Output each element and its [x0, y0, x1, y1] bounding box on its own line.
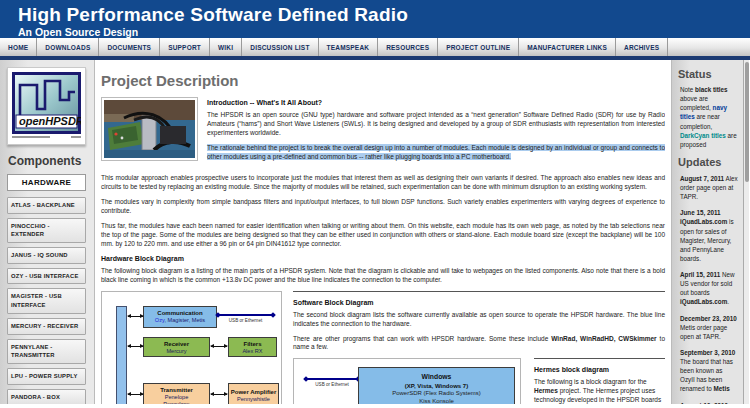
- diagram-box-transmitter[interactable]: Transmitter Penelope Pennylane: [143, 383, 210, 404]
- software-paragraph-2: There are other programs that can work w…: [293, 335, 665, 353]
- diagram-bus-atlas[interactable]: [116, 306, 127, 404]
- windows-title: Windows: [359, 372, 514, 381]
- hardware-diagram-intro: The following block diagram is a listing…: [101, 267, 665, 285]
- paragraph-module-naming: Thus far, the modules have each been nam…: [101, 222, 665, 249]
- receiver-sub: Mercury: [144, 348, 209, 355]
- arrow-receiver-filters: [211, 346, 227, 347]
- diagram-box-communication[interactable]: Communication Ozy, Magister, Metis: [143, 306, 217, 328]
- software-paragraph-1: The second block diagram lists the softw…: [293, 311, 665, 329]
- updates-heading: Updates: [678, 156, 738, 168]
- update-item-dec-23-2010: December 23, 2010 Metis order page open …: [680, 314, 738, 341]
- receiver-title: Receiver: [144, 340, 209, 348]
- filters-title: Filters: [229, 340, 276, 348]
- scrollbar-thumb[interactable]: [745, 62, 749, 182]
- update-item-aug-7-2011: August 7, 2011 Alex order page open at T…: [680, 174, 738, 201]
- software-block-diagram[interactable]: USB or Ethernet Windows (XP, Vista, Wind…: [293, 358, 521, 404]
- update-item-apr-15-2011: April 15, 2011 New US vendor for sold ou…: [680, 270, 738, 307]
- communication-sub: Ozy, Magister, Metis: [144, 317, 216, 324]
- filters-sub: Alex RX: [229, 348, 276, 355]
- sidebar-category-hardware[interactable]: HARDWARE: [7, 174, 86, 191]
- sidebar-item-magister[interactable]: MAGISTER - USB INTERFACE: [7, 288, 86, 313]
- usb-ethernet-label: USB or Ethernet: [218, 318, 273, 323]
- arrow-bus-communication: [128, 316, 143, 317]
- nav-item-manufacturer-links[interactable]: MANUFACTURER LINKS: [519, 38, 616, 56]
- software-diagram-heading: Software Block Diagram: [293, 299, 665, 306]
- transmitter-sub2: Pennylane: [144, 401, 209, 404]
- nav-item-wiki[interactable]: WIKI: [210, 38, 242, 56]
- diagram-box-windows[interactable]: Windows (XP, Vista, Windows 7) PowerSDR …: [358, 367, 515, 404]
- paragraph-modules-vary: The modules vary in complexity from simp…: [101, 198, 665, 216]
- arrow-bus-receiver: [128, 346, 143, 347]
- update-item-sep-3-2010: September 3, 2010 The board that has bee…: [680, 348, 738, 394]
- amplifier-title: Power Amplifier: [229, 388, 278, 396]
- page-title: Project Description: [101, 72, 665, 89]
- main-content: Project Description: [95, 60, 671, 404]
- hardware-diagram-heading: Hardware Block Diagram: [101, 255, 665, 262]
- windows-line4: Kiss Konsole: [359, 398, 514, 405]
- nav-item-downloads[interactable]: DOWNLOADS: [37, 38, 99, 56]
- page: High Performance Software Defined Radio …: [0, 0, 750, 408]
- top-nav: HOME DOWNLOADS DOCUMENTS SUPPORT WIKI DI…: [0, 38, 750, 60]
- sidebar-item-pennylane[interactable]: PENNYLANE - TRANSMITTER: [7, 339, 86, 364]
- transmitter-title: Transmitter: [144, 386, 209, 394]
- intro-block: Introduction -- What's It All About? The…: [101, 97, 665, 168]
- sidebar-item-mercury[interactable]: MERCURY - RECEIVER: [7, 318, 86, 335]
- windows-line2: (XP, Vista, Windows 7): [359, 382, 514, 390]
- nav-item-resources[interactable]: RESOURCES: [378, 38, 438, 56]
- content-row: openHPSDR Components HARDWARE ATLAS - BA…: [0, 60, 750, 404]
- nav-item-support[interactable]: SUPPORT: [160, 38, 210, 56]
- status-heading: Status: [678, 68, 738, 80]
- diagram-box-filters[interactable]: Filters Alex RX: [228, 337, 277, 357]
- masthead: High Performance Software Defined Radio …: [0, 0, 750, 38]
- svg-text:openHPSDR: openHPSDR: [19, 115, 81, 127]
- communication-title: Communication: [144, 309, 216, 317]
- sidebar-item-atlas[interactable]: ATLAS - BACKPLANE: [7, 197, 86, 214]
- sw-usb-ethernet-line: [306, 378, 358, 380]
- sidebar-item-ozy[interactable]: OZY - USB INTERFACE: [7, 268, 86, 285]
- nav-item-documents[interactable]: DOCUMENTS: [99, 38, 160, 56]
- nav-item-archives[interactable]: ARCHIVES: [616, 38, 668, 56]
- sidebar-item-pandora[interactable]: PANDORA - BOX: [7, 389, 86, 404]
- left-sidebar: openHPSDR Components HARDWARE ATLAS - BA…: [0, 60, 95, 404]
- diagram-box-receiver[interactable]: Receiver Mercury: [143, 337, 210, 357]
- update-item-aug-10-2010: August 10, 2010 Hermes PC interface was …: [680, 401, 738, 405]
- diagram-box-amplifier[interactable]: Power Amplifier Pennywhistle Munin: [228, 383, 279, 404]
- software-sub-row: USB or Ethernet Windows (XP, Vista, Wind…: [293, 358, 665, 404]
- hardware-photo[interactable]: [101, 97, 198, 161]
- site-title: High Performance Software Defined Radio: [18, 4, 750, 26]
- amplifier-sub1: Pennywhistle: [229, 396, 278, 403]
- hermes-paragraph: The following is a block diagram for the…: [534, 378, 665, 404]
- software-section: Software Block Diagram The second block …: [293, 291, 665, 404]
- arrow-transmitter-amplifier: [211, 394, 227, 395]
- nav-item-home[interactable]: HOME: [0, 38, 37, 56]
- hermes-section: Hermes block diagram The following is a …: [534, 358, 665, 404]
- vertical-scrollbar[interactable]: [743, 60, 749, 404]
- nav-item-discussion-list[interactable]: DISCUSSION LIST: [242, 38, 318, 56]
- amplifier-sub2: Munin: [229, 403, 278, 404]
- arrow-bus-transmitter: [128, 394, 143, 395]
- site-subtitle: An Open Source Design: [18, 26, 750, 38]
- hardware-photo-image: [104, 100, 195, 158]
- windows-line3: PowerSDR (Flex Radio Systems): [359, 390, 514, 398]
- sidebar-item-lpu[interactable]: LPU - POWER SUPPLY: [7, 368, 86, 385]
- selected-text: The rationale behind the project is to b…: [207, 144, 665, 160]
- bottom-row: Communication Ozy, Magister, Metis USB o…: [101, 291, 665, 404]
- hermes-heading: Hermes block diagram: [534, 366, 665, 373]
- sidebar-item-pinocchio[interactable]: PINOCCHIO - EXTENDER: [7, 218, 86, 243]
- sw-usb-ethernet-label: USB or Ethernet: [306, 382, 358, 387]
- openhpsdr-logo[interactable]: openHPSDR: [7, 67, 86, 145]
- nav-item-teamspeak[interactable]: TEAMSPEAK: [319, 38, 379, 56]
- hardware-block-diagram[interactable]: Communication Ozy, Magister, Metis USB o…: [101, 291, 282, 404]
- update-item-jun-15-2011: June 15, 2011 iQuadLabs.com is open for …: [680, 208, 738, 263]
- usb-ethernet-line: [218, 314, 273, 316]
- transmitter-sub1: Penelope: [144, 394, 209, 401]
- paragraph-modular-approach: This modular approach enables prospectiv…: [101, 174, 665, 192]
- components-heading: Components: [8, 154, 86, 168]
- sidebar-item-janus[interactable]: JANUS - IQ SOUND: [7, 247, 86, 264]
- nav-item-project-outline[interactable]: PROJECT OUTLINE: [438, 38, 519, 56]
- logo-fineprint: [12, 136, 81, 138]
- right-sidebar: Status Note black titles above are compl…: [671, 60, 743, 404]
- status-note: Note black titles above are completed, n…: [680, 85, 738, 149]
- openhpsdr-logo-icon: openHPSDR: [12, 72, 81, 134]
